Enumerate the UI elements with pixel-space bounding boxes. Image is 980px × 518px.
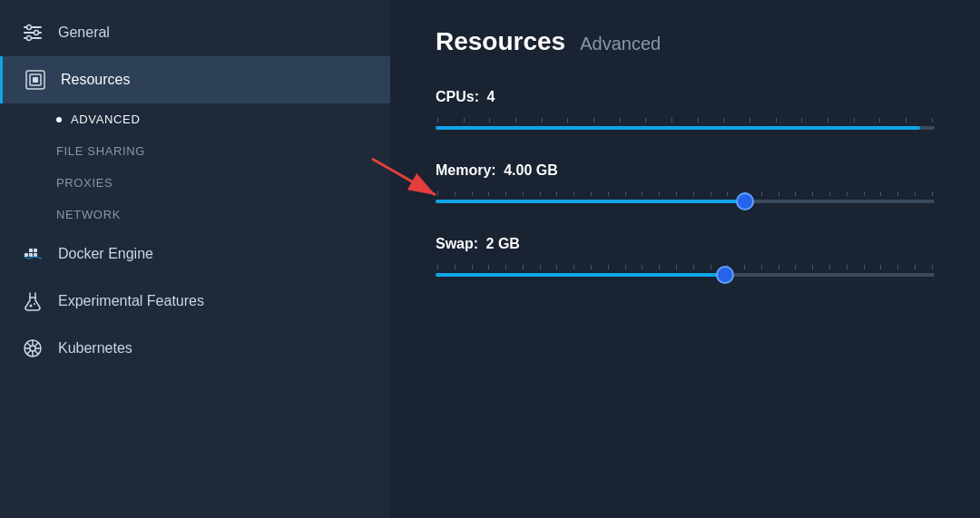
tick <box>556 191 557 196</box>
tick <box>505 265 506 269</box>
sidebar-sub-item-file-sharing[interactable]: FILE SHARING <box>0 135 390 167</box>
cpus-label: CPUs: 4 <box>436 89 935 105</box>
tick <box>795 265 796 269</box>
tick <box>505 191 506 196</box>
svg-point-15 <box>30 305 33 308</box>
tick <box>455 265 456 269</box>
tick <box>556 265 557 269</box>
memory-slider-track[interactable] <box>436 200 935 203</box>
tick <box>620 118 621 122</box>
tick <box>710 191 711 196</box>
tick <box>676 191 677 196</box>
tick <box>642 191 642 196</box>
tick <box>854 118 855 122</box>
main-content: Resources Advanced CPUs: 4 <box>390 0 980 518</box>
tick <box>593 118 594 122</box>
sidebar-item-resources[interactable]: Resources <box>0 56 390 103</box>
tick <box>659 191 660 196</box>
tick <box>761 265 762 269</box>
tick <box>591 265 592 269</box>
resources-icon <box>24 69 46 91</box>
cpus-slider-track[interactable] <box>436 126 935 130</box>
active-dot <box>56 117 62 122</box>
tick <box>542 118 543 122</box>
tick <box>488 191 489 196</box>
tick <box>591 191 592 196</box>
tick <box>880 265 881 269</box>
sidebar-item-kubernetes[interactable]: Kubernetes <box>0 325 390 372</box>
tick <box>698 118 699 122</box>
tick <box>880 191 881 196</box>
svg-rect-12 <box>34 253 37 257</box>
tick <box>915 265 916 269</box>
sidebar-item-experimental[interactable]: Experimental Features <box>0 278 390 325</box>
tick <box>488 265 489 269</box>
memory-section: Memory: 4.00 GB <box>436 162 935 203</box>
tick <box>779 191 779 196</box>
tick <box>540 265 541 269</box>
svg-rect-8 <box>33 77 38 83</box>
sidebar-item-docker-engine[interactable]: Docker Engine <box>0 230 390 278</box>
tick <box>515 118 516 122</box>
swap-slider-thumb[interactable] <box>718 268 732 282</box>
tick <box>573 191 574 196</box>
memory-ticks <box>436 191 935 196</box>
sidebar-item-general[interactable]: General <box>0 9 390 56</box>
tick <box>829 265 830 269</box>
svg-point-16 <box>34 303 35 305</box>
tick <box>540 191 541 196</box>
swap-section: Swap: 2 GB <box>436 236 935 277</box>
sidebar-item-kubernetes-label: Kubernetes <box>58 340 132 357</box>
tick <box>437 191 438 196</box>
tick <box>761 191 762 196</box>
tick <box>897 265 898 269</box>
sidebar-item-general-label: General <box>58 24 110 41</box>
svg-point-4 <box>34 31 39 35</box>
sidebar-sub-item-proxies[interactable]: PROXIES <box>0 167 390 199</box>
sidebar-item-docker-engine-label: Docker Engine <box>58 246 153 262</box>
sidebar-sub-item-advanced[interactable]: ADVANCED <box>0 103 390 135</box>
tick <box>847 265 848 269</box>
svg-point-18 <box>30 346 35 351</box>
swap-ticks <box>436 265 935 269</box>
tick <box>812 191 813 196</box>
tick <box>727 191 728 196</box>
cpus-ticks <box>436 118 935 122</box>
memory-label: Memory: 4.00 GB <box>436 162 935 179</box>
sidebar: General Resources ADVANCED FILE SHARING … <box>0 0 390 518</box>
tick <box>915 191 916 196</box>
tick <box>625 191 626 196</box>
tick <box>932 191 933 196</box>
tick <box>676 265 677 269</box>
tick <box>437 265 438 269</box>
tick <box>489 118 490 122</box>
tick <box>879 118 880 122</box>
tick <box>847 191 848 196</box>
docker-icon <box>22 243 44 265</box>
tick <box>829 191 830 196</box>
memory-slider-fill <box>436 200 745 203</box>
memory-slider-thumb[interactable] <box>738 194 752 209</box>
tick <box>455 191 456 196</box>
tick <box>472 191 473 196</box>
settings-icon <box>22 22 44 44</box>
tick <box>523 265 524 269</box>
cpus-slider-fill <box>436 126 920 130</box>
memory-slider-container <box>436 191 935 203</box>
tick <box>864 265 865 269</box>
swap-label: Swap: 2 GB <box>436 236 935 252</box>
tick <box>608 191 609 196</box>
sidebar-item-experimental-label: Experimental Features <box>58 293 204 309</box>
sidebar-sub-item-network[interactable]: NETWORK <box>0 199 390 230</box>
tick <box>828 118 828 122</box>
svg-line-25 <box>34 343 38 347</box>
tick <box>795 191 796 196</box>
helm-icon <box>22 337 44 359</box>
svg-line-23 <box>27 343 31 347</box>
tick <box>671 118 672 122</box>
tick <box>693 265 694 269</box>
tick <box>437 118 438 122</box>
tick <box>642 265 642 269</box>
swap-slider-track[interactable] <box>436 273 935 277</box>
tick <box>864 191 865 196</box>
